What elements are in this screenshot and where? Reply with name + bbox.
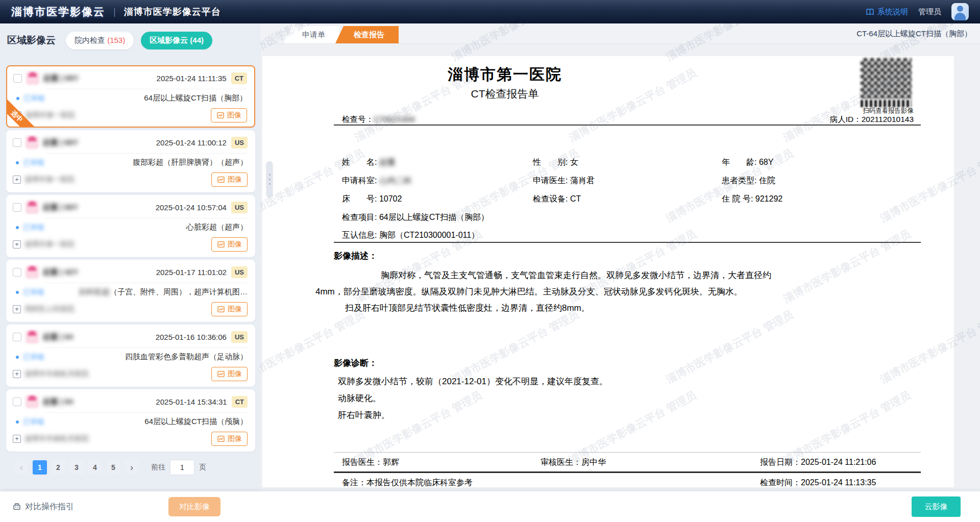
tab-exam-report[interactable]: 检查报告 bbox=[335, 26, 399, 43]
hospital-name: 周村区人民医院 bbox=[24, 305, 75, 314]
status-badge: 已审核 bbox=[23, 94, 45, 103]
cloud-images-button[interactable]: 云影像 bbox=[912, 496, 961, 517]
exam-card-2[interactable]: 赵蕙 | 68Y 2025-01-24 11:00:12 US 已审核 腹部彩超… bbox=[6, 130, 255, 192]
report-doctor: 报告医生：郭辉 bbox=[342, 457, 399, 468]
exam-name: 64层以上螺旋CT扫描（颅脑） bbox=[144, 417, 248, 427]
panel-resize-handle[interactable] bbox=[266, 161, 273, 197]
exam-name: 四肢血管彩色多普勒超声（足动脉） bbox=[125, 352, 248, 362]
exam-card-1[interactable]: 赵蕙 | 68Y 2025-01-24 11:11:35 CT 已审核 64层以… bbox=[6, 65, 255, 128]
view-images-button[interactable]: 图像 bbox=[211, 172, 248, 187]
patient-avatar bbox=[26, 330, 39, 343]
status-badge: 已审核 bbox=[23, 158, 44, 167]
status-badge: 已审核 bbox=[23, 353, 44, 362]
page-button-3[interactable]: 3 bbox=[69, 460, 84, 475]
current-exam-label: CT-64层以上螺旋CT扫描（胸部） bbox=[856, 23, 972, 44]
exam-card-3[interactable]: 赵蕙 | 68Y 2025-01-24 10:57:04 US 已审核 心脏彩超… bbox=[6, 195, 255, 257]
guide-icon bbox=[12, 502, 21, 511]
tab-regional-cloud[interactable]: 区域影像云 (44) bbox=[141, 32, 212, 49]
tab-request-form[interactable]: 申请单 bbox=[284, 26, 339, 43]
exam-date: 2025-01-17 11:01:02 bbox=[156, 268, 227, 277]
field-sex: 性 别: 女 bbox=[533, 157, 578, 168]
exam-name: 64层以上螺旋CT扫描（胸部） bbox=[144, 93, 247, 103]
exam-checkbox[interactable] bbox=[13, 138, 21, 147]
status-dot bbox=[16, 226, 19, 229]
field-bed: 床 号: 10702 bbox=[342, 194, 402, 205]
divider bbox=[334, 452, 921, 453]
view-images-button[interactable]: 图像 bbox=[211, 237, 248, 252]
pagination: ‹ 1 2 3 4 5 › 前往 页 bbox=[14, 460, 255, 475]
internal-exam-count: (153) bbox=[107, 36, 125, 44]
report-note: 备注：本报告仅供本院临床科室参考 bbox=[342, 478, 473, 487]
view-images-button[interactable]: 图像 bbox=[211, 432, 248, 446]
exam-number: 检查号：CT0021906 bbox=[342, 114, 415, 125]
report-hospital-title: 淄博市第一医院 bbox=[262, 64, 747, 85]
modality-badge: US bbox=[231, 266, 248, 278]
platform-title: 淄博市医学影像云平台 bbox=[124, 6, 221, 18]
book-icon bbox=[866, 8, 874, 16]
view-images-button[interactable]: 图像 bbox=[211, 302, 248, 316]
status-badge: 已审核 bbox=[23, 288, 44, 297]
modality-badge: US bbox=[231, 202, 248, 213]
status-dot bbox=[16, 97, 19, 100]
field-name: 姓 名: 赵蕙 bbox=[342, 157, 396, 168]
exam-date: 2025-01-14 15:34:31 bbox=[156, 397, 227, 406]
compare-guide-link[interactable]: 对比操作指引 bbox=[12, 502, 74, 512]
goto-page-input[interactable] bbox=[170, 460, 194, 475]
view-images-button[interactable]: 图像 bbox=[211, 367, 248, 381]
field-req-doctor: 申请医生: 蒲肖君 bbox=[533, 176, 595, 186]
page-prev-button[interactable]: ‹ bbox=[14, 460, 29, 475]
expand-icon[interactable]: + bbox=[13, 370, 21, 378]
exam-card-4[interactable]: 赵蕙 | 42Y 2025-01-17 11:01:02 US 已审核 妇科彩超… bbox=[6, 260, 255, 322]
system-help-link[interactable]: 系统说明 bbox=[866, 7, 908, 17]
report-date: 报告日期：2025-01-24 11:21:06 bbox=[760, 457, 876, 468]
exam-date: 2025-01-24 10:57:04 bbox=[156, 203, 227, 212]
sidebar-title: 区域影像云 bbox=[7, 34, 56, 47]
exam-card-6[interactable]: 赵蕙 | 64 2025-01-14 15:34:31 CT 已审核 64层以上… bbox=[6, 389, 255, 452]
image-icon bbox=[217, 305, 225, 313]
status-dot bbox=[16, 291, 19, 294]
exam-date: 2025-01-24 11:11:35 bbox=[157, 74, 227, 83]
diag-section-label: 影像诊断： bbox=[334, 357, 377, 369]
page-unit-label: 页 bbox=[199, 463, 206, 472]
hospital-name: 淄博市第一医院 bbox=[25, 111, 75, 120]
user-role-label: 管理员 bbox=[918, 7, 941, 17]
status-dot bbox=[16, 356, 19, 359]
avatar-person-icon bbox=[957, 6, 963, 12]
expand-icon[interactable]: + bbox=[13, 176, 21, 184]
page-button-4[interactable]: 4 bbox=[88, 460, 102, 475]
page-button-1[interactable]: 1 bbox=[33, 460, 47, 475]
tab-internal-exams[interactable]: 院内检查 (153) bbox=[66, 32, 134, 49]
expand-icon[interactable]: + bbox=[13, 435, 21, 443]
exam-checkbox[interactable] bbox=[13, 397, 21, 406]
desc-section-label: 影像描述： bbox=[334, 250, 377, 262]
divider bbox=[334, 125, 921, 126]
exam-checkbox[interactable] bbox=[13, 333, 21, 341]
status-badge: 已审核 bbox=[23, 417, 44, 427]
status-badge: 已审核 bbox=[23, 223, 44, 232]
exam-checkbox[interactable] bbox=[13, 74, 22, 83]
qr-code-strip bbox=[861, 100, 912, 107]
field-admission-no: 住 院 号: 921292 bbox=[722, 194, 782, 205]
compare-guide-label: 对比操作指引 bbox=[25, 502, 74, 512]
expand-icon[interactable]: + bbox=[13, 305, 21, 313]
exam-card-list: 赵蕙 | 68Y 2025-01-24 11:11:35 CT 已审核 64层以… bbox=[0, 56, 260, 452]
page-button-5[interactable]: 5 bbox=[106, 460, 120, 475]
exam-checkbox[interactable] bbox=[13, 268, 21, 277]
diag-text: 双肺多发微小结节，较前（2021-12-01）变化不明显，建议年度复查。 动脉硬… bbox=[338, 373, 608, 424]
patient-name: 赵蕙 | 42Y bbox=[43, 267, 78, 277]
exam-card-5[interactable]: 赵蕙 | 64 2025-01-16 10:36:06 US 已审核 四肢血管彩… bbox=[6, 325, 255, 387]
expand-icon[interactable]: + bbox=[13, 240, 21, 248]
image-icon bbox=[217, 370, 225, 378]
image-icon bbox=[217, 240, 225, 248]
page-next-button[interactable]: › bbox=[125, 460, 139, 475]
exam-checkbox[interactable] bbox=[13, 203, 21, 212]
user-avatar[interactable] bbox=[951, 3, 969, 20]
patient-name: 赵蕙 | 68Y bbox=[43, 73, 79, 83]
field-mutual-info: 互认信息: 胸部（CT210300001-011） bbox=[342, 230, 479, 241]
patient-name: 赵蕙 | 68Y bbox=[43, 138, 78, 147]
page-button-2[interactable]: 2 bbox=[51, 460, 65, 475]
compare-images-button[interactable]: 对比影像 bbox=[168, 497, 220, 516]
view-images-button[interactable]: 图像 bbox=[211, 108, 247, 122]
exam-name: 妇科彩超（子宫、附件、周围），超声计算机图… bbox=[79, 287, 248, 297]
exam-date: 2025-01-24 11:00:12 bbox=[156, 138, 227, 147]
